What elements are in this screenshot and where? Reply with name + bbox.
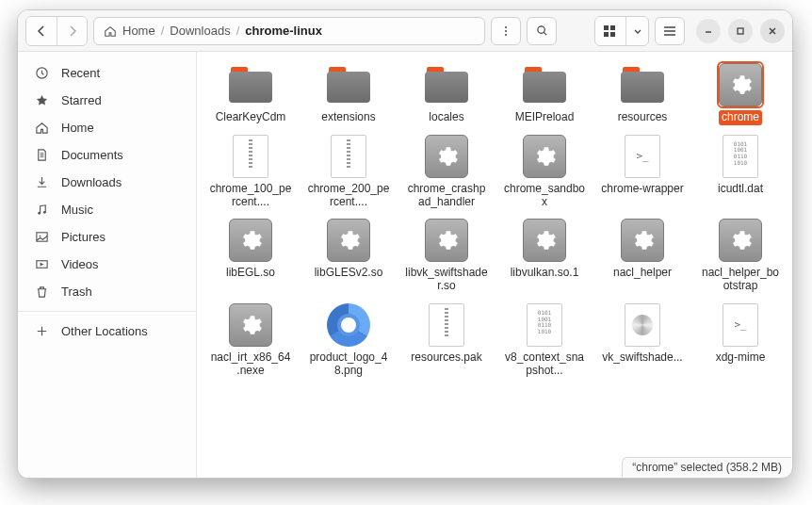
home-icon: [33, 121, 50, 135]
file-item[interactable]: nacl_helper: [596, 215, 689, 296]
sidebar-item-documents[interactable]: Documents: [18, 141, 196, 169]
file-item[interactable]: extensions: [302, 59, 395, 127]
nav-buttons: [25, 16, 88, 46]
file-item[interactable]: resources.pak: [400, 300, 493, 381]
file-item[interactable]: 0101100101101010icudtl.dat: [694, 131, 787, 212]
sidebar-item-label: Music: [61, 203, 93, 217]
svg-point-0: [505, 26, 507, 28]
plus-icon: [33, 324, 50, 338]
content-area: Recent Starred Home Documents Downloads …: [18, 52, 792, 478]
svg-point-3: [537, 26, 544, 33]
file-label: locales: [426, 110, 466, 125]
svg-point-10: [38, 212, 41, 215]
icon-view-button[interactable]: [595, 17, 625, 45]
executable-icon: [719, 219, 762, 262]
breadcrumb-home[interactable]: Home: [122, 24, 155, 38]
svg-point-13: [39, 236, 41, 237]
breadcrumb-segment[interactable]: Downloads: [170, 24, 230, 38]
sidebar-item-trash[interactable]: Trash: [18, 278, 196, 305]
more-options-button[interactable]: [491, 17, 521, 45]
file-item[interactable]: chrome_200_percent....: [302, 131, 395, 212]
home-icon: [104, 24, 117, 38]
file-item[interactable]: MEIPreload: [498, 59, 591, 127]
back-button[interactable]: [26, 17, 57, 45]
sidebar-item-other-locations[interactable]: Other Locations: [18, 318, 196, 345]
chromium-logo-icon: [327, 303, 370, 347]
executable-icon: [621, 219, 664, 262]
file-item[interactable]: libvk_swiftshader.so: [400, 215, 493, 296]
sidebar-item-pictures[interactable]: Pictures: [18, 223, 196, 251]
download-icon: [33, 175, 50, 189]
svg-point-2: [505, 34, 507, 36]
file-item[interactable]: >_xdg-mime: [694, 300, 787, 381]
file-label: MEIPreload: [512, 110, 577, 125]
sidebar-item-starred[interactable]: Starred: [18, 87, 196, 114]
file-label: ClearKeyCdm: [213, 110, 289, 125]
sidebar: Recent Starred Home Documents Downloads …: [18, 52, 197, 478]
file-item[interactable]: nacl_helper_bootstrap: [694, 215, 787, 296]
file-item[interactable]: >_chrome-wrapper: [596, 131, 689, 212]
file-item[interactable]: chrome: [694, 59, 787, 127]
executable-icon: [327, 219, 370, 262]
file-label: chrome_200_percent....: [304, 182, 393, 210]
sidebar-item-recent[interactable]: Recent: [18, 59, 196, 87]
close-button[interactable]: [760, 19, 785, 43]
star-icon: [33, 93, 50, 107]
executable-icon: [425, 135, 468, 178]
file-label: vk_swiftshade...: [599, 350, 685, 366]
file-label: libvulkan.so.1: [508, 266, 582, 281]
file-item[interactable]: 0101100101101010v8_context_snapshot...: [498, 300, 591, 381]
view-dropdown-button[interactable]: [625, 17, 648, 45]
file-label: resources.pak: [408, 350, 484, 366]
sidebar-item-home[interactable]: Home: [18, 114, 196, 141]
forward-button[interactable]: [57, 17, 87, 45]
file-item[interactable]: libvulkan.so.1: [498, 215, 591, 296]
file-label: nacl_helper: [610, 266, 674, 281]
window-controls: [696, 19, 785, 43]
file-label: chrome_100_percent....: [206, 182, 295, 210]
file-item[interactable]: chrome_100_percent....: [204, 131, 297, 212]
minimize-button[interactable]: [696, 19, 721, 43]
file-item[interactable]: libEGL.so: [204, 215, 297, 296]
file-item[interactable]: product_logo_48.png: [302, 300, 395, 381]
file-item[interactable]: ClearKeyCdm: [204, 59, 297, 127]
folder-icon: [523, 67, 566, 103]
sidebar-item-downloads[interactable]: Downloads: [18, 169, 196, 196]
search-button[interactable]: [527, 17, 557, 45]
executable-icon: [523, 135, 566, 178]
svg-rect-7: [610, 32, 615, 37]
file-item[interactable]: chrome_crashpad_handler: [400, 131, 493, 212]
file-item[interactable]: nacl_irt_x86_64.nexe: [204, 300, 297, 381]
file-grid-area[interactable]: ClearKeyCdmextensionslocalesMEIPreloadre…: [197, 52, 792, 478]
file-grid: ClearKeyCdmextensionslocalesMEIPreloadre…: [204, 59, 788, 381]
breadcrumb-current[interactable]: chrome-linux: [245, 24, 322, 38]
file-label: xdg-mime: [713, 350, 769, 366]
svg-rect-4: [604, 25, 609, 30]
file-label: resources: [615, 110, 671, 125]
sidebar-item-videos[interactable]: Videos: [18, 251, 196, 278]
file-label: product_logo_48.png: [304, 350, 393, 379]
sidebar-item-label: Other Locations: [61, 324, 148, 338]
file-label: libEGL.so: [223, 266, 278, 281]
archive-icon: [233, 135, 268, 178]
executable-icon: [229, 219, 272, 262]
breadcrumb[interactable]: Home / Downloads / chrome-linux: [93, 17, 485, 45]
file-item[interactable]: resources: [596, 59, 689, 127]
file-item[interactable]: libGLESv2.so: [302, 215, 395, 296]
executable-icon: [719, 63, 762, 106]
sidebar-item-music[interactable]: Music: [18, 196, 196, 223]
sidebar-item-label: Home: [61, 121, 94, 135]
svg-point-11: [42, 211, 45, 214]
music-icon: [33, 203, 50, 217]
file-label: nacl_helper_bootstrap: [696, 266, 785, 294]
executable-icon: [425, 219, 468, 262]
file-label: v8_context_snapshot...: [500, 350, 589, 379]
maximize-button[interactable]: [728, 19, 753, 43]
folder-icon: [327, 67, 370, 103]
hamburger-menu-button[interactable]: [655, 17, 685, 45]
svg-rect-5: [610, 25, 615, 30]
file-item[interactable]: vk_swiftshade...: [596, 300, 689, 381]
sidebar-separator: [18, 311, 196, 312]
file-item[interactable]: chrome_sandbox: [498, 131, 591, 212]
file-item[interactable]: locales: [400, 59, 493, 127]
